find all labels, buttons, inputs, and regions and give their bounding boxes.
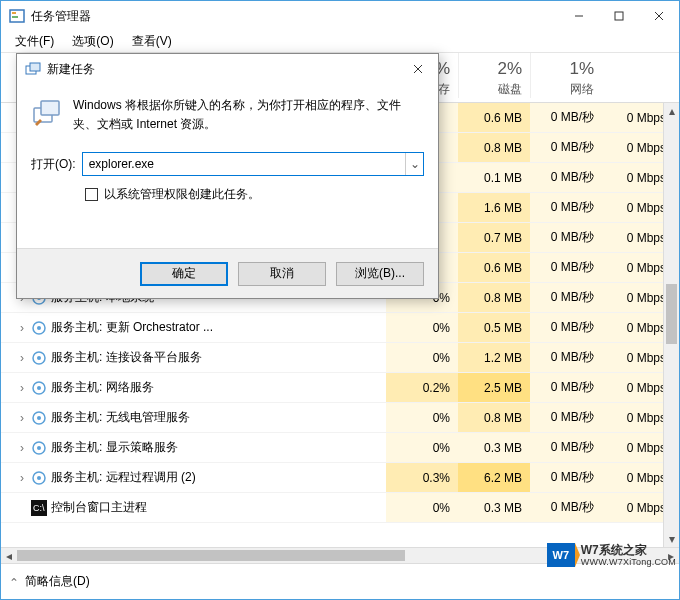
open-label: 打开(O):	[31, 156, 76, 173]
titlebar: 任务管理器	[1, 1, 679, 31]
dialog-description: Windows 将根据你所键入的名称，为你打开相应的程序、文件夹、文档或 Int…	[73, 96, 424, 134]
memory-cell: 0.8 MB	[458, 403, 530, 432]
cpu-cell: 0%	[386, 493, 458, 522]
watermark: W7 W7系统之家 WWW.W7XiTong.COM	[547, 543, 676, 568]
gear-icon	[31, 320, 47, 336]
open-combobox[interactable]: ⌄	[82, 152, 424, 176]
fewer-details-link[interactable]: 简略信息(D)	[25, 573, 90, 590]
minimize-button[interactable]	[559, 2, 599, 30]
dialog-body: Windows 将根据你所键入的名称，为你打开相应的程序、文件夹、文档或 Int…	[17, 84, 438, 248]
cancel-button[interactable]: 取消	[238, 262, 326, 286]
new-task-dialog: 新建任务 Windows 将根据你所键入的名称，为你打开相应的程序、文件夹、文档…	[16, 53, 439, 299]
cpu-cell: 0%	[386, 343, 458, 372]
expand-icon[interactable]: ›	[17, 383, 27, 393]
watermark-logo: W7	[547, 543, 575, 567]
disk-cell: 0 MB/秒	[530, 163, 602, 192]
dialog-titlebar: 新建任务	[17, 54, 438, 84]
disk-cell: 0 MB/秒	[530, 403, 602, 432]
svg-rect-1	[12, 12, 16, 14]
table-row[interactable]: C:\控制台窗口主进程0%0.3 MB0 MB/秒0 Mbps	[1, 493, 679, 523]
process-name: 服务主机: 无线电管理服务	[51, 409, 190, 426]
run-small-icon	[25, 61, 41, 77]
scroll-track[interactable]	[664, 119, 679, 531]
memory-cell: 0.6 MB	[458, 103, 530, 132]
expand-icon[interactable]: ›	[17, 473, 27, 483]
memory-cell: 0.5 MB	[458, 313, 530, 342]
memory-cell: 0.1 MB	[458, 163, 530, 192]
chevron-down-icon[interactable]: ⌄	[405, 153, 423, 175]
watermark-text: W7系统之家	[581, 543, 676, 557]
open-input[interactable]	[83, 153, 405, 175]
browse-button[interactable]: 浏览(B)...	[336, 262, 424, 286]
scroll-left-icon[interactable]: ◂	[1, 548, 17, 563]
vertical-scrollbar[interactable]: ▴ ▾	[663, 103, 679, 547]
table-row[interactable]: ›服务主机: 连接设备平台服务0%1.2 MB0 MB/秒0 Mbps	[1, 343, 679, 373]
table-row[interactable]: ›服务主机: 更新 Orchestrator ...0%0.5 MB0 MB/秒…	[1, 313, 679, 343]
scroll-thumb[interactable]	[666, 284, 677, 344]
run-icon	[31, 96, 63, 128]
memory-cell: 6.2 MB	[458, 463, 530, 492]
svg-point-12	[37, 356, 41, 360]
disk-cell: 0 MB/秒	[530, 223, 602, 252]
dialog-title: 新建任务	[47, 61, 398, 78]
gear-icon	[31, 350, 47, 366]
disk-cell: 0 MB/秒	[530, 133, 602, 162]
memory-cell: 0.3 MB	[458, 433, 530, 462]
table-row[interactable]: ›服务主机: 无线电管理服务0%0.8 MB0 MB/秒0 Mbps	[1, 403, 679, 433]
disk-cell: 0 MB/秒	[530, 463, 602, 492]
admin-checkbox[interactable]	[85, 188, 98, 201]
table-row[interactable]: ›服务主机: 远程过程调用 (2)0.3%6.2 MB0 MB/秒0 Mbps	[1, 463, 679, 493]
expand-icon[interactable]	[17, 503, 27, 513]
svg-point-18	[37, 446, 41, 450]
col-network[interactable]: 1% 网络	[530, 53, 602, 98]
svg-point-16	[37, 416, 41, 420]
expand-icon[interactable]: ›	[17, 443, 27, 453]
svg-rect-4	[615, 12, 623, 20]
table-row[interactable]: ›服务主机: 网络服务0.2%2.5 MB0 MB/秒0 Mbps	[1, 373, 679, 403]
close-button[interactable]	[639, 2, 679, 30]
disk-pct: 2%	[497, 59, 522, 79]
svg-point-10	[37, 326, 41, 330]
window-title: 任务管理器	[31, 8, 559, 25]
disk-cell: 0 MB/秒	[530, 313, 602, 342]
chevron-up-icon[interactable]: ⌄	[9, 577, 19, 587]
expand-icon[interactable]: ›	[17, 353, 27, 363]
disk-cell: 0 MB/秒	[530, 343, 602, 372]
watermark-url: WWW.W7XiTong.COM	[581, 557, 676, 568]
expand-icon[interactable]: ›	[17, 323, 27, 333]
process-name: 控制台窗口主进程	[51, 499, 147, 516]
maximize-button[interactable]	[599, 2, 639, 30]
expand-icon[interactable]: ›	[17, 413, 27, 423]
menu-options[interactable]: 选项(O)	[64, 31, 121, 52]
cpu-cell: 0%	[386, 313, 458, 342]
memory-cell: 2.5 MB	[458, 373, 530, 402]
table-row[interactable]: ›服务主机: 显示策略服务0%0.3 MB0 MB/秒0 Mbps	[1, 433, 679, 463]
col-disk[interactable]: 2% 磁盘	[458, 53, 530, 98]
menu-file[interactable]: 文件(F)	[7, 31, 62, 52]
scroll-thumb-h[interactable]	[17, 550, 405, 561]
menu-view[interactable]: 查看(V)	[124, 31, 180, 52]
disk-cell: 0 MB/秒	[530, 373, 602, 402]
process-name: 服务主机: 连接设备平台服务	[51, 349, 202, 366]
dialog-close-button[interactable]	[398, 55, 438, 83]
gear-icon	[31, 440, 47, 456]
disk-cell: 0 MB/秒	[530, 283, 602, 312]
memory-cell: 1.2 MB	[458, 343, 530, 372]
scroll-up-icon[interactable]: ▴	[664, 103, 679, 119]
disk-cell: 0 MB/秒	[530, 103, 602, 132]
process-name: 服务主机: 显示策略服务	[51, 439, 178, 456]
process-name: 服务主机: 远程过程调用 (2)	[51, 469, 196, 486]
admin-checkbox-label[interactable]: 以系统管理权限创建此任务。	[104, 186, 260, 203]
svg-rect-2	[12, 16, 18, 18]
disk-cell: 0 MB/秒	[530, 193, 602, 222]
cpu-cell: 0.3%	[386, 463, 458, 492]
svg-point-20	[37, 476, 41, 480]
ok-button[interactable]: 确定	[140, 262, 228, 286]
disk-cell: 0 MB/秒	[530, 253, 602, 282]
memory-cell: 0.7 MB	[458, 223, 530, 252]
process-name: 服务主机: 网络服务	[51, 379, 154, 396]
network-pct: 1%	[569, 59, 594, 79]
svg-point-14	[37, 386, 41, 390]
gear-icon	[31, 410, 47, 426]
task-manager-icon	[9, 8, 25, 24]
